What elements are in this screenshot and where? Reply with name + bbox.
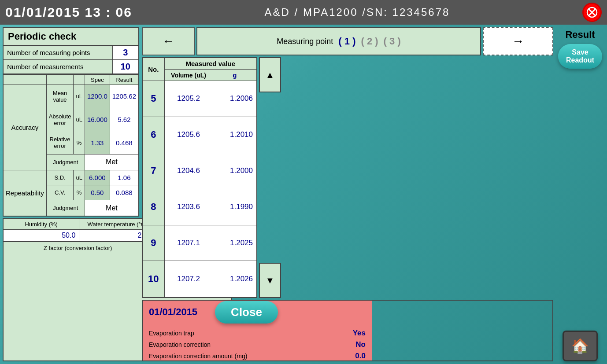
row-g: 1.1990	[213, 189, 257, 225]
left-panel: Periodic check Number of measuring point…	[3, 27, 139, 361]
evap-trap-label: Evaporation trap	[149, 330, 194, 337]
close-button[interactable]: Close	[215, 301, 278, 324]
row-g: 1.2000	[213, 153, 257, 189]
z-factor-label: Z factor (conversion factor)	[4, 242, 152, 254]
row-volume: 1205.2	[164, 81, 213, 117]
main-area: Periodic check Number of measuring point…	[0, 25, 607, 364]
volume-header: Volume (uL)	[164, 70, 213, 81]
row-no: 5	[142, 81, 164, 117]
right-panel: Result Save Readout 🏠	[556, 27, 604, 361]
row-no: 9	[142, 225, 164, 261]
row-g: 1.2006	[213, 81, 257, 117]
num-measuring-points-value: 3	[112, 45, 139, 60]
evap-correction-amount-value: 0.0	[355, 352, 366, 360]
nav-row: ← Measuring point ( 1 ) ( 2 ) ( 3 ) →	[142, 27, 553, 55]
mean-value-label: Mean value	[46, 85, 74, 108]
cv-result: 0.088	[110, 185, 139, 200]
home-button[interactable]: 🏠	[563, 331, 598, 361]
abs-error-label: Absolute error	[46, 108, 74, 131]
sd-result: 1.06	[110, 170, 139, 185]
accuracy-repeatability-table: Spec Result Accuracy Mean value uL 1200.…	[3, 74, 139, 217]
table-row: 5 1205.2 1.2006	[142, 81, 257, 117]
data-area: No. Measured value Volume (uL) g 5 1205.…	[142, 57, 553, 298]
num-measurements-value: 10	[112, 60, 139, 74]
g-header: g	[213, 70, 257, 81]
rel-result: 0.468	[110, 131, 139, 154]
measuring-point-label: Measuring point	[277, 37, 333, 46]
row-no: 10	[142, 261, 164, 298]
evap-correction-amount-label: Evaporation correction amount (mg)	[149, 353, 247, 360]
row-g: 1.2025	[213, 225, 257, 261]
repeatability-label: Repeatability	[3, 170, 46, 216]
row-g: 1.2026	[213, 261, 257, 298]
sd-spec: 6.000	[85, 170, 110, 185]
row-g: 1.2010	[213, 117, 257, 153]
table-row: 6 1205.6 1.2010	[142, 117, 257, 153]
abs-unit: uL	[74, 108, 85, 131]
header-brand: A&D	[265, 6, 290, 18]
measurements-table: No. Measured value Volume (uL) g 5 1205.…	[142, 57, 257, 298]
spec-header: Spec	[85, 75, 110, 85]
accuracy-empty	[3, 75, 46, 85]
measuring-point-2[interactable]: ( 2 )	[361, 36, 378, 47]
sd-unit: uL	[74, 170, 85, 185]
scroll-buttons: ▲ ▼	[259, 57, 281, 298]
row-volume: 1207.1	[164, 225, 213, 261]
rel-unit: %	[74, 131, 85, 154]
result-label: Result	[565, 29, 595, 40]
cv-spec: 0.50	[85, 185, 110, 200]
header-device-info: A&D / MPA1200 /SN: 12345678	[265, 6, 450, 18]
stop-icon[interactable]	[582, 3, 602, 22]
evap-trap-value: Yes	[353, 329, 366, 338]
home-icon: 🏠	[571, 338, 589, 354]
middle-panel: ← Measuring point ( 1 ) ( 2 ) ( 3 ) → No…	[142, 27, 553, 361]
save-readout-button[interactable]: Save Readout	[558, 44, 602, 69]
evap-date: 01/01/2015	[149, 306, 197, 318]
evaporation-panel: 01/01/2015 Close Evaporation trap Yes Ev…	[143, 301, 372, 360]
measured-value-header: Measured value	[164, 58, 257, 70]
row-volume: 1207.2	[164, 261, 213, 298]
measuring-point-3[interactable]: ( 3 )	[384, 36, 401, 47]
header-datetime: 01/01/2015 13 : 06	[5, 5, 132, 20]
mean-spec: 1200.0	[85, 85, 110, 108]
header: 01/01/2015 13 : 06 A&D / MPA1200 /SN: 12…	[0, 0, 607, 25]
periodic-check-title: Periodic check	[3, 27, 139, 45]
table-row: 10 1207.2 1.2026	[142, 261, 257, 298]
measuring-point-selector: Measuring point ( 1 ) ( 2 ) ( 3 )	[196, 27, 481, 55]
humidity-col: Humidity (%) 50.0	[4, 219, 79, 241]
cv-unit: %	[74, 185, 85, 200]
mean-result: 1205.62	[110, 85, 139, 108]
humidity-label: Humidity (%)	[4, 219, 79, 230]
table-row: 7 1204.6 1.2000	[142, 153, 257, 189]
back-button[interactable]: ←	[142, 27, 195, 55]
forward-button[interactable]: →	[483, 27, 553, 55]
stats-table: Number of measuring points 3 Number of m…	[3, 45, 139, 74]
scroll-up-button[interactable]: ▲	[259, 57, 281, 92]
accuracy-judgment-value: Met	[85, 154, 139, 170]
result-header: Result	[110, 75, 139, 85]
row-no: 7	[142, 153, 164, 189]
scroll-down-button[interactable]: ▼	[259, 263, 281, 298]
evap-correction-row: Evaporation correction No	[149, 340, 366, 349]
header-model: MPA1200	[303, 6, 358, 18]
abs-result: 5.62	[110, 108, 139, 131]
row-volume: 1204.6	[164, 153, 213, 189]
humidity-value: 50.0	[4, 230, 79, 241]
close-btn-wrap: Close	[208, 301, 285, 324]
num-measurements-label: Number of measurements	[3, 60, 112, 74]
rel-error-label: Relative error	[46, 131, 74, 154]
measuring-point-1[interactable]: ( 1 )	[338, 36, 355, 47]
accuracy-empty2	[46, 75, 74, 85]
repeatability-judgment-value: Met	[85, 200, 139, 216]
evap-trap-row: Evaporation trap Yes	[149, 329, 366, 338]
table-row: 8 1203.6 1.1990	[142, 189, 257, 225]
num-measuring-points-label: Number of measuring points	[3, 45, 112, 60]
no-header: No.	[142, 58, 164, 81]
bottom-info: 01/01/2015 Close Evaporation trap Yes Ev…	[142, 300, 553, 361]
evap-correction-label: Evaporation correction	[149, 341, 211, 348]
accuracy-label: Accuracy	[3, 85, 46, 170]
cv-label: C.V.	[46, 185, 74, 200]
row-volume: 1203.6	[164, 189, 213, 225]
mean-unit: uL	[74, 85, 85, 108]
header-serial: /SN: 12345678	[362, 6, 450, 18]
